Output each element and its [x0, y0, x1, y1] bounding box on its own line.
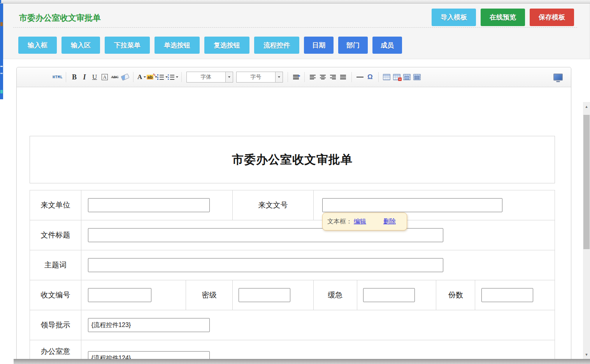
- toolbar-separator: [304, 72, 305, 82]
- align-left-icon: [310, 75, 316, 80]
- widget-text-area-button[interactable]: 输入区: [61, 37, 100, 54]
- text-color-icon: A: [137, 73, 142, 81]
- table-cell: [81, 190, 233, 220]
- background-window-artifact: [0, 66, 3, 67]
- rich-text-editor: HTML B I U A ABC A ab 字体 字号 Ω ✕: [16, 67, 571, 364]
- incoming-unit-input[interactable]: [88, 198, 210, 212]
- align-right-button[interactable]: [328, 71, 338, 83]
- secrecy-level-input[interactable]: [239, 288, 290, 302]
- tooltip-target-label: 文本框：: [327, 218, 352, 226]
- highlight-icon: ab: [147, 75, 153, 79]
- document-title-label: 文件标题: [30, 220, 81, 250]
- approval-form-table: 来文单位 来文文号 文件标题 主题词: [30, 190, 555, 364]
- urgency-input[interactable]: [363, 288, 415, 302]
- urgency-label: 缓急: [314, 280, 357, 310]
- numbered-list-button[interactable]: [157, 71, 168, 83]
- align-left-button[interactable]: [308, 71, 318, 83]
- highlight-color-button[interactable]: ab: [147, 71, 157, 83]
- table-row: 收文编号 密级 缓急 份数: [30, 280, 555, 310]
- incoming-doc-number-label: 来文文号: [233, 190, 314, 220]
- subject-words-input[interactable]: [88, 258, 443, 272]
- table-delete-icon: ✕: [393, 74, 400, 80]
- table-row: 文件标题: [30, 220, 555, 250]
- remove-format-button[interactable]: [120, 71, 130, 83]
- background-window-corner: [0, 0, 1, 3]
- toolbar-separator: [181, 72, 182, 82]
- align-justify-button[interactable]: [338, 71, 348, 83]
- scrollbar-down-button[interactable]: ▼: [583, 352, 590, 358]
- online-preview-button[interactable]: 在线预览: [481, 9, 525, 26]
- select-arrow-button[interactable]: [275, 72, 283, 82]
- bulleted-list-button[interactable]: [168, 71, 178, 83]
- scrollbar-thumb[interactable]: [583, 115, 590, 249]
- table-properties-button[interactable]: [402, 71, 412, 83]
- copies-count-label: 份数: [436, 280, 475, 310]
- numbered-list-icon: [157, 74, 164, 80]
- select-arrow-button[interactable]: [225, 72, 233, 82]
- delete-field-link[interactable]: 删除: [383, 218, 396, 226]
- widget-checkbox-button[interactable]: 复选按钮: [204, 37, 249, 54]
- form-builder-header: 市委办公室收文审批单 导入模板 在线预览 保存模板 输入框 输入区 下拉菜单 单…: [3, 3, 590, 59]
- chevron-down-icon: [228, 76, 230, 78]
- subject-words-label: 主题词: [30, 250, 81, 280]
- cell-properties-button[interactable]: [412, 71, 422, 83]
- bold-button[interactable]: B: [69, 71, 79, 83]
- leader-instructions-input[interactable]: [88, 318, 210, 332]
- underline-button[interactable]: U: [90, 71, 100, 83]
- align-right-icon: [330, 75, 336, 80]
- align-justify-icon: [340, 75, 346, 80]
- table-cell: [233, 280, 314, 310]
- chevron-down-icon: [144, 76, 146, 78]
- edit-field-link[interactable]: 编辑: [354, 218, 366, 226]
- toolbar-separator: [288, 72, 288, 82]
- incoming-doc-number-input[interactable]: [322, 198, 502, 212]
- widget-date-button[interactable]: 日期: [304, 37, 334, 54]
- table-cell: [81, 220, 555, 250]
- toolbar-separator: [378, 72, 379, 82]
- horizontal-rule-button[interactable]: [355, 71, 365, 83]
- widget-member-button[interactable]: 成员: [372, 37, 402, 54]
- table-cell: [81, 280, 186, 310]
- editor-toolbar: HTML B I U A ABC A ab 字体 字号 Ω ✕: [17, 67, 571, 87]
- font-family-select[interactable]: 字体: [186, 72, 233, 83]
- copies-count-input[interactable]: [481, 288, 533, 302]
- maximize-editor-button[interactable]: [553, 71, 563, 83]
- horizontal-rule-icon: [356, 77, 363, 77]
- chevron-down-icon: [278, 76, 280, 78]
- scrollbar-up-button[interactable]: ▲: [583, 104, 590, 110]
- widget-radio-button[interactable]: 单选按钮: [155, 37, 200, 54]
- source-html-button[interactable]: HTML: [53, 71, 63, 83]
- secrecy-level-label: 密级: [186, 280, 233, 310]
- widget-flow-control-button[interactable]: 流程控件: [254, 37, 299, 54]
- indent-icon: [293, 75, 299, 79]
- vertical-scrollbar[interactable]: ▲ ▼: [583, 102, 590, 359]
- insert-table-button[interactable]: [382, 71, 392, 83]
- align-center-icon: [320, 75, 326, 80]
- toolbar-separator: [351, 72, 352, 82]
- border-text-button[interactable]: A: [100, 71, 110, 83]
- leader-instructions-label: 领导批示: [30, 310, 81, 340]
- font-size-select[interactable]: 字号: [236, 72, 283, 83]
- save-template-button[interactable]: 保存模板: [530, 9, 574, 26]
- table-row: 领导批示: [30, 310, 555, 340]
- align-center-button[interactable]: [318, 71, 328, 83]
- strikethrough-button[interactable]: ABC: [110, 71, 120, 83]
- table-cell: [81, 310, 555, 340]
- page-title: 市委办公室收文审批单: [19, 12, 101, 23]
- receipt-number-input[interactable]: [88, 288, 151, 302]
- window-bottom-edge: [14, 359, 590, 364]
- table-properties-icon: [403, 74, 411, 80]
- cell-properties-icon: [413, 74, 421, 80]
- widget-input-box-button[interactable]: 输入框: [18, 37, 57, 54]
- text-color-button[interactable]: A: [137, 71, 147, 83]
- special-character-button[interactable]: Ω: [365, 71, 375, 83]
- toolbar-separator: [66, 72, 66, 82]
- indent-button[interactable]: [291, 71, 301, 83]
- widget-dropdown-button[interactable]: 下拉菜单: [105, 37, 150, 54]
- widget-department-button[interactable]: 部门: [338, 37, 368, 54]
- table-cell: [81, 250, 555, 280]
- delete-table-button[interactable]: ✕: [392, 71, 402, 83]
- import-template-button[interactable]: 导入模板: [432, 9, 476, 26]
- italic-button[interactable]: I: [79, 71, 90, 83]
- table-cell: [475, 280, 555, 310]
